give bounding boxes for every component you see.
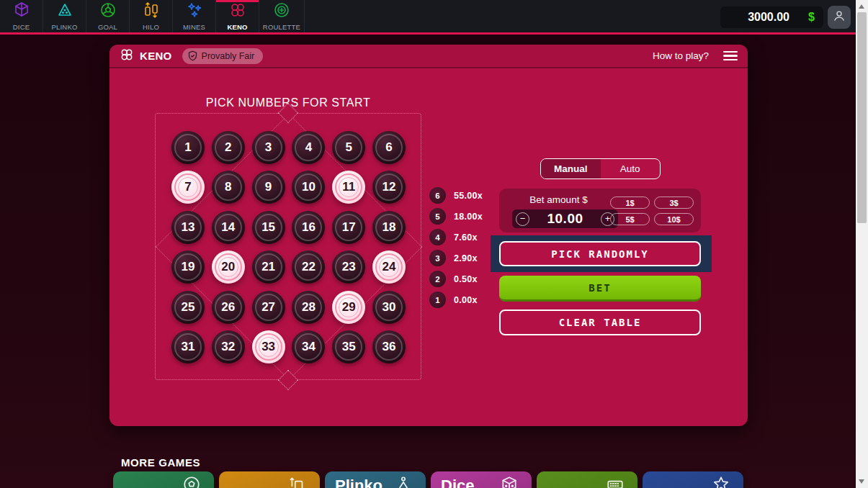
keno-ball-36[interactable]: 36: [372, 330, 406, 363]
quick-chip-10[interactable]: 10$: [654, 213, 694, 225]
ball-number: 22: [302, 260, 316, 274]
keno-ball-27[interactable]: 27: [252, 291, 285, 324]
paytable-multiplier: 0.50x: [454, 274, 478, 284]
keno-ball-26[interactable]: 26: [212, 291, 245, 324]
menu-icon[interactable]: [723, 51, 738, 61]
quick-bet-chips: 1$3$5$10$: [610, 196, 694, 225]
balance-box[interactable]: 3000.00 $: [720, 6, 823, 28]
scrollbar-thumb[interactable]: [857, 12, 867, 223]
ball-number: 18: [382, 220, 396, 235]
scroll-down-icon[interactable]: [859, 479, 864, 484]
nav-tab-label: PLINKO: [51, 23, 77, 31]
ball-number: 7: [184, 180, 191, 194]
ball-number: 8: [225, 180, 231, 194]
keno-ball-17[interactable]: 17: [332, 211, 365, 244]
keno-ball-25[interactable]: 25: [171, 291, 205, 324]
keno-ball-29[interactable]: 29: [332, 291, 365, 324]
plinko-icon: [56, 1, 73, 22]
number-board: 1234567891011121314151617181920212223242…: [155, 113, 421, 380]
keno-ball-19[interactable]: 19: [171, 250, 205, 284]
nav-tab-hilo[interactable]: HILO: [130, 0, 173, 32]
bet-amount-label: Bet amount $: [499, 194, 618, 205]
tab-manual[interactable]: Manual: [541, 159, 601, 179]
ball-number: 25: [182, 300, 195, 315]
keno-ball-10[interactable]: 10: [292, 171, 325, 204]
avatar[interactable]: [828, 6, 851, 29]
game-card[interactable]: [643, 471, 743, 488]
nav-tab-roulette[interactable]: ROULETTE: [259, 0, 305, 32]
quick-chip-5[interactable]: 5$: [610, 213, 650, 225]
keno-ball-21[interactable]: 21: [252, 250, 285, 284]
keno-ball-16[interactable]: 16: [292, 211, 325, 244]
keno-ball-32[interactable]: 32: [212, 330, 245, 363]
nav-tab-mines[interactable]: MINES: [173, 0, 216, 32]
nav-tab-keno[interactable]: KENO: [216, 0, 259, 32]
keno-ball-22[interactable]: 22: [292, 250, 325, 284]
keno-ball-3[interactable]: 3: [252, 131, 285, 164]
bet-amount-value: 10.00: [529, 211, 601, 227]
keno-ball-33[interactable]: 33: [252, 330, 285, 363]
pick-randomly-button[interactable]: PICK RANDOMLY: [499, 241, 701, 266]
how-to-play-link[interactable]: How to play?: [653, 50, 709, 61]
paytable-hits: 2: [429, 271, 446, 287]
keno-ball-34[interactable]: 34: [292, 330, 325, 363]
keno-ball-12[interactable]: 12: [372, 171, 406, 204]
nav-tab-goal[interactable]: GOAL: [86, 0, 130, 32]
keno-ball-7[interactable]: 7: [171, 171, 205, 204]
ball-number: 1: [184, 140, 191, 155]
nav-tab-dice[interactable]: DICE: [0, 0, 43, 32]
keno-ball-9[interactable]: 9: [252, 171, 285, 204]
keno-logo-icon: [120, 48, 134, 65]
panel-header: KENO Provably Fair How to play?: [109, 45, 748, 68]
tab-auto[interactable]: Auto: [601, 159, 661, 179]
paytable-hits: 3: [429, 250, 446, 266]
ball-number: 5: [345, 140, 352, 155]
balance-amount: 3000.00: [729, 11, 808, 24]
quick-chip-3[interactable]: 3$: [654, 196, 694, 209]
keno-ball-30[interactable]: 30: [372, 291, 406, 324]
game-card-plinko[interactable]: Plinko: [325, 471, 426, 488]
provably-fair-badge[interactable]: Provably Fair: [182, 48, 264, 64]
game-card[interactable]: [219, 471, 320, 488]
keno-ball-6[interactable]: 6: [372, 131, 406, 164]
keno-ball-23[interactable]: 23: [332, 250, 365, 284]
nav-tab-plinko[interactable]: PLINKO: [43, 0, 86, 32]
keno-ball-20[interactable]: 20: [212, 250, 245, 284]
game-card-title: Dice: [441, 476, 474, 488]
decrease-bet-button[interactable]: −: [516, 212, 529, 226]
ball-number: 29: [342, 300, 356, 315]
ball-number: 31: [182, 340, 195, 354]
clear-table-button[interactable]: CLEAR TABLE: [499, 309, 701, 335]
ball-number: 24: [382, 260, 396, 274]
keno-ball-11[interactable]: 11: [332, 171, 365, 204]
keno-ball-15[interactable]: 15: [252, 211, 285, 244]
keno-ball-13[interactable]: 13: [171, 211, 205, 244]
nav-tab-label: DICE: [13, 23, 30, 31]
keno-ball-28[interactable]: 28: [292, 291, 325, 324]
paytable-multiplier: 18.00x: [454, 212, 483, 222]
game-card[interactable]: [113, 471, 214, 488]
keno-ball-24[interactable]: 24: [372, 250, 406, 284]
paytable-row: 4 7.60x: [429, 227, 483, 248]
keno-ball-31[interactable]: 31: [171, 330, 205, 363]
bet-button[interactable]: BET: [499, 276, 701, 302]
keno-ball-8[interactable]: 8: [212, 171, 245, 204]
keno-ball-1[interactable]: 1: [171, 131, 205, 164]
game-card-dice[interactable]: Dice: [431, 471, 532, 488]
keno-board-icon: [606, 475, 625, 488]
scroll-up-icon[interactable]: [859, 4, 864, 9]
keno-ball-18[interactable]: 18: [372, 211, 406, 244]
keno-ball-5[interactable]: 5: [332, 131, 365, 164]
scrollbar[interactable]: [856, 0, 868, 488]
keno-ball-2[interactable]: 2: [212, 131, 245, 164]
ball-number: 34: [302, 340, 316, 354]
paytable-row: 5 18.00x: [429, 206, 483, 227]
keno-ball-4[interactable]: 4: [292, 131, 325, 164]
currency-symbol: $: [808, 11, 815, 24]
quick-chip-1[interactable]: 1$: [610, 196, 650, 209]
paytable-multiplier: 55.00x: [454, 191, 483, 201]
keno-ball-35[interactable]: 35: [332, 330, 365, 363]
game-card[interactable]: [537, 471, 637, 488]
paytable-row: 1 0.00x: [429, 289, 483, 310]
keno-ball-14[interactable]: 14: [212, 211, 245, 244]
